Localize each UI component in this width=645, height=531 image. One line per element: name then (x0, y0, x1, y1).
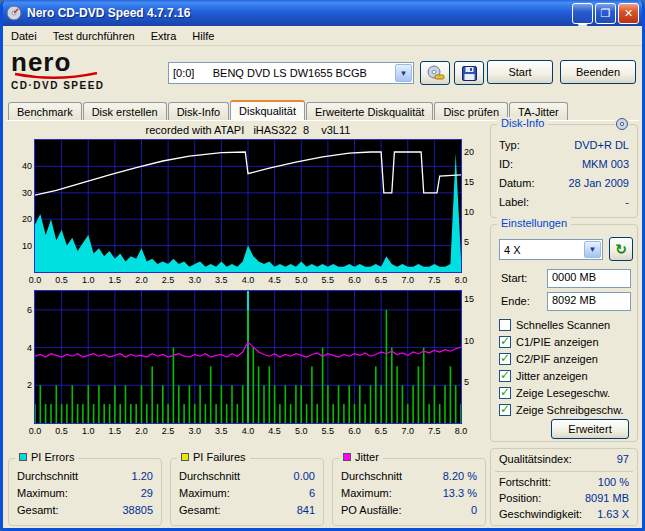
stat-label: Gesamt: (179, 504, 297, 519)
app-window: Nero CD-DVD Speed 4.7.7.16 ▁ ❐ ✕ Datei T… (0, 0, 645, 531)
tab-disk-info[interactable]: Disk-Info (168, 102, 229, 121)
quality-chart-panel: recorded with ATAPI iHAS322 8 v3L11 4030… (8, 124, 486, 440)
progress-row: Geschwindigkeit: 1.63 X (499, 508, 629, 523)
pi-failures-group: PI Failures Durchschnitt0.00 Maximum:6 G… (170, 458, 324, 526)
quality-index-row: Qualitätsindex: 97 (499, 453, 629, 468)
checkbox-box[interactable] (499, 319, 511, 331)
maximize-button[interactable]: ❐ (595, 3, 616, 24)
quality-progress-group: Qualitätsindex: 97 Fortschritt: 100 % Po… (490, 448, 638, 526)
start-input[interactable]: 0000 MB (547, 269, 631, 288)
floppy-save-icon (462, 66, 477, 81)
menu-hilfe[interactable]: Hilfe (184, 28, 222, 44)
window-title: Nero CD-DVD Speed 4.7.7.16 (27, 6, 570, 20)
erweitert-button[interactable]: Erweitert (551, 419, 629, 439)
title-bar[interactable]: Nero CD-DVD Speed 4.7.7.16 ▁ ❐ ✕ (0, 0, 645, 26)
pi-failures-title: PI Failures (193, 451, 246, 463)
pie-legend-icon (19, 453, 27, 461)
eject-disc-button[interactable] (420, 61, 450, 85)
save-button[interactable] (454, 61, 484, 85)
tab-erweiterte-diskqualitaet[interactable]: Erweiterte Diskqualität (306, 102, 433, 121)
pif-jitter-chart: 642 15105 (8, 290, 486, 424)
ende-input[interactable]: 8092 MB (547, 292, 631, 311)
pi-errors-title: PI Errors (31, 451, 74, 463)
tab-benchmark[interactable]: Benchmark (8, 102, 82, 121)
checkbox-label: Zeige Schreibgeschw. (516, 404, 624, 416)
geschwindigkeit-value: 1.63 X (597, 508, 629, 523)
checkbox-c1-pie[interactable]: C1/PIE anzeigen (499, 334, 599, 349)
stat-value: 6 (309, 487, 315, 502)
checkbox-label: Schnelles Scannen (516, 319, 610, 331)
disk-info-row: Datum: 28 Jan 2009 (499, 177, 629, 192)
label-label: Label: (499, 196, 625, 211)
drive-select[interactable]: [0:0] BENQ DVD LS DW1655 BCGB ▼ (168, 62, 414, 84)
tab-disk-erstellen[interactable]: Disk erstellen (83, 102, 167, 121)
stat-value: 13.3 % (443, 487, 477, 502)
chevron-down-icon[interactable]: ▼ (584, 241, 601, 258)
menu-test-durchfuehren[interactable]: Test durchführen (45, 28, 143, 44)
close-button[interactable]: ✕ (618, 3, 639, 24)
checkbox-box[interactable] (499, 387, 511, 399)
refresh-speed-button[interactable]: ↻ (609, 237, 633, 261)
checkbox-label: C1/PIE anzeigen (516, 336, 599, 348)
menu-extra[interactable]: Extra (143, 28, 185, 44)
start-label: Start: (501, 272, 527, 284)
checkbox-c2-pif[interactable]: C2/PIF anzeigen (499, 351, 598, 366)
stat-label: Durchschnitt (17, 470, 132, 485)
beenden-button[interactable]: Beenden (560, 60, 636, 84)
pif-chart-right-axis: 15105 (464, 290, 488, 424)
disk-info-group: Disk-Info Typ: DVD+R DL ID: MKM 003 Datu… (490, 124, 638, 218)
chart-header: recorded with ATAPI iHAS322 8 v3L11 (34, 124, 462, 136)
menu-datei[interactable]: Datei (3, 28, 45, 44)
pi-errors-group: PI Errors Durchschnitt1.20 Maximum:29 Ge… (8, 458, 162, 526)
chevron-down-icon[interactable]: ▼ (395, 64, 412, 82)
id-label: ID: (499, 158, 582, 173)
checkbox-lesegeschw[interactable]: Zeige Lesegeschw. (499, 385, 610, 400)
stat-value: 841 (297, 504, 315, 519)
stat-label: Durchschnitt (179, 470, 294, 485)
datum-value: 28 Jan 2009 (568, 177, 629, 192)
stat-value: 38805 (122, 504, 153, 519)
id-value: MKM 003 (582, 158, 629, 173)
quality-index-label: Qualitätsindex: (499, 453, 617, 468)
checkbox-box[interactable] (499, 370, 511, 382)
stat-value: 0 (471, 504, 477, 519)
checkbox-label: C2/PIF anzeigen (516, 353, 598, 365)
stat-label: Gesamt: (17, 504, 122, 519)
stat-value: 0.00 (294, 470, 315, 485)
pif-chart-plot (34, 290, 462, 424)
checkbox-box[interactable] (499, 336, 511, 348)
minimize-button[interactable]: ▁ (572, 3, 593, 24)
start-button[interactable]: Start (487, 60, 553, 84)
pif-legend-icon (181, 453, 189, 461)
checkbox-box[interactable] (499, 353, 511, 365)
drive-select-value: [0:0] BENQ DVD LS DW1655 BCGB (169, 67, 395, 79)
geschwindigkeit-label: Geschwindigkeit: (499, 508, 597, 523)
pie-chart-x-axis: 0.00.51.01.52.02.53.03.54.04.55.05.56.06… (8, 275, 486, 286)
pif-chart-x-axis: 0.00.51.01.52.02.53.03.54.04.55.05.56.06… (8, 426, 486, 437)
checkbox-schreibgeschw[interactable]: Zeige Schreibgeschw. (499, 402, 624, 417)
fortschritt-label: Fortschritt: (499, 476, 598, 491)
progress-row: Fortschritt: 100 % (499, 476, 629, 491)
checkbox-schnelles-scannen[interactable]: Schnelles Scannen (499, 317, 610, 332)
checkbox-label: Zeige Lesegeschw. (516, 387, 610, 399)
position-label: Position: (499, 492, 585, 507)
checkbox-jitter[interactable]: Jitter anzeigen (499, 368, 588, 383)
pif-chart-left-axis: 642 (8, 290, 32, 424)
checkbox-box[interactable] (499, 404, 511, 416)
einstellungen-title: Einstellungen (497, 217, 571, 229)
speed-select[interactable]: 4 X ▼ (499, 239, 603, 260)
refresh-icon: ↻ (615, 241, 627, 257)
nero-logo-swoosh (13, 72, 99, 80)
stat-label: Maximum: (341, 487, 443, 502)
datum-label: Datum: (499, 177, 568, 192)
fortschritt-value: 100 % (598, 476, 629, 491)
stat-value: 1.20 (132, 470, 153, 485)
progress-row: Position: 8091 MB (499, 492, 629, 507)
nero-logo-text: nero (11, 50, 161, 74)
disk-info-title: Disk-Info (497, 117, 548, 129)
stat-label: Durchschnitt (341, 470, 443, 485)
stat-label: Maximum: (179, 487, 309, 502)
disk-info-details-icon[interactable] (615, 117, 629, 131)
tab-diskqualitaet[interactable]: Diskqualität (230, 100, 305, 121)
ende-label: Ende: (501, 295, 530, 307)
